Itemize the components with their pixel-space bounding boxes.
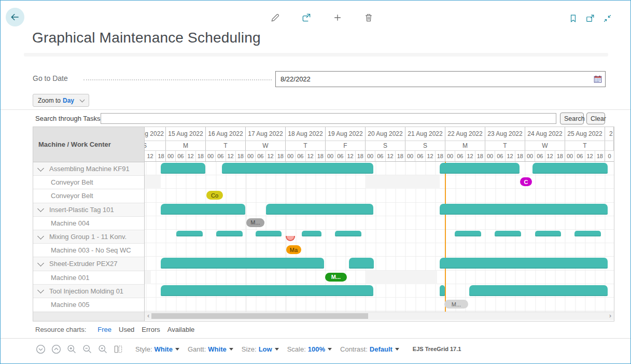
machine-group-row[interactable]: Sheet-Extruder PEX27 — [33, 257, 144, 271]
gantt-task-bar[interactable] — [161, 258, 324, 269]
gantt-task-pill[interactable]: M... — [444, 300, 468, 309]
gantt-task-bar[interactable] — [349, 258, 374, 269]
resource-chart-link[interactable]: Available — [167, 326, 195, 333]
chevron-down-icon[interactable] — [37, 165, 44, 172]
machine-row[interactable]: Machine 004 — [33, 217, 144, 230]
gantt-task-bar[interactable] — [161, 285, 373, 296]
machine-group-row[interactable]: Insert-Plastic Tag 101 — [33, 203, 144, 217]
gantt-task-bar[interactable] — [574, 231, 601, 236]
status-control-label: Size: — [242, 345, 257, 353]
gantt-task-bar[interactable] — [440, 258, 608, 269]
gantt-task-bar[interactable] — [266, 204, 373, 215]
share-icon[interactable] — [301, 12, 312, 23]
gantt-task-bar[interactable] — [440, 204, 608, 215]
gantt-task-bar[interactable] — [455, 231, 481, 236]
status-control[interactable]: Size:Low — [242, 345, 279, 353]
collapse-rows-icon[interactable] — [35, 343, 46, 355]
bookmark-icon[interactable] — [567, 12, 579, 24]
gantt-task-bar[interactable] — [532, 163, 608, 174]
horizontal-scrollbar[interactable]: ‹ › — [145, 312, 614, 320]
gantt-task-bar[interactable] — [176, 231, 203, 236]
resource-chart-link[interactable]: Free — [97, 326, 111, 333]
status-control-value: White — [208, 345, 226, 353]
day-letter-partial — [605, 141, 614, 150]
day-letter-cell-text: T — [206, 141, 245, 150]
gantt-task-bar[interactable] — [440, 285, 445, 296]
hour-group: 00061218 — [445, 151, 485, 161]
delete-icon[interactable] — [363, 12, 374, 23]
scheduling-grid: Machine / Work Center Assembling Machine… — [33, 127, 614, 321]
machine-group-row[interactable]: Assembling Machine KF91 — [33, 162, 144, 176]
expand-rows-icon[interactable] — [50, 343, 62, 355]
resource-chart-link[interactable]: Errors — [142, 326, 160, 333]
gantt-task-bar[interactable] — [256, 231, 282, 236]
day-letter-cell: T — [206, 141, 246, 150]
gantt-milestone[interactable] — [286, 236, 295, 241]
hour-cell: 12 — [386, 151, 396, 161]
gantt-task-bar[interactable] — [161, 204, 245, 215]
machine-row[interactable]: Machine 005 — [33, 298, 144, 312]
machine-group-row[interactable]: Tool Injection Molding 01 — [33, 285, 144, 298]
caret-down-icon — [175, 348, 179, 351]
machine-row[interactable]: Machine 003 - No Seq WC — [33, 244, 144, 257]
date-cell-text: 21 Aug 2022 — [405, 127, 445, 141]
machine-row[interactable]: Conveyor Belt — [33, 189, 144, 203]
resource-chart-link[interactable]: Used — [119, 326, 134, 333]
edit-icon[interactable] — [270, 12, 281, 23]
scroll-right-icon[interactable]: › — [609, 312, 611, 319]
status-controls: Style:WhiteGantt:WhiteSize:LowScale:100%… — [135, 345, 399, 353]
gantt-task-bar[interactable] — [535, 231, 561, 236]
chevron-down-icon[interactable] — [37, 260, 44, 267]
gantt-task-pill[interactable]: M... — [325, 273, 347, 282]
add-icon[interactable] — [332, 12, 343, 23]
goto-date-field — [275, 71, 606, 87]
pages-icon[interactable] — [113, 343, 124, 355]
zoom-reset-icon[interactable] — [97, 343, 108, 355]
machine-group-row[interactable]: Mixing Group 1 - 11 Konv. — [33, 230, 144, 244]
gantt-task-bar[interactable] — [335, 231, 361, 236]
goto-date-input[interactable] — [276, 75, 591, 83]
machine-row-label: Conveyor Belt — [51, 192, 93, 200]
day-letter-cell-text: M — [166, 141, 205, 150]
status-control-label: Contrast: — [340, 345, 368, 353]
zoom-out-icon[interactable] — [81, 343, 93, 355]
gantt-task-bar[interactable] — [216, 231, 243, 236]
gantt-task-pill[interactable]: M... — [246, 218, 264, 227]
calendar-icon[interactable] — [591, 72, 605, 87]
non-working-band — [145, 271, 151, 284]
machine-row[interactable]: Conveyor Belt — [33, 176, 144, 189]
chevron-down-icon[interactable] — [37, 287, 44, 293]
chevron-down-icon[interactable] — [37, 205, 44, 212]
back-button[interactable] — [6, 8, 24, 26]
hour-cell: 12 — [585, 151, 595, 161]
gantt-task-bar[interactable] — [495, 231, 521, 236]
date-cell: 20 Aug 2022 — [366, 127, 405, 141]
gantt-task-bar[interactable] — [222, 163, 373, 174]
status-control[interactable]: Style:White — [135, 345, 179, 353]
gantt-task-bar[interactable] — [440, 163, 520, 174]
zoom-in-icon[interactable] — [66, 343, 77, 355]
collapse-icon[interactable] — [601, 12, 613, 24]
clear-button[interactable]: Clear — [586, 113, 605, 124]
machine-row[interactable]: Machine 001 — [33, 271, 144, 285]
scrollbar-thumb[interactable] — [151, 313, 368, 319]
gantt-task-pill[interactable]: Ma — [286, 245, 301, 254]
status-control[interactable]: Contrast:Default — [340, 345, 399, 353]
gantt-task-bar[interactable] — [161, 163, 205, 174]
gantt-task-bar[interactable] — [469, 285, 608, 296]
gantt-task-bar[interactable] — [302, 231, 321, 236]
search-button[interactable]: Search — [560, 113, 584, 124]
gantt-task-pill[interactable]: Co — [206, 191, 223, 200]
search-tasks-input[interactable] — [101, 113, 556, 124]
hour-cell: 00 — [326, 151, 335, 161]
back-arrow-icon — [10, 12, 20, 22]
hour-cell: 12 — [466, 151, 475, 161]
gantt-task-pill[interactable]: C — [520, 177, 532, 186]
chevron-down-icon[interactable] — [37, 233, 44, 240]
zoom-to-select[interactable]: Zoom to Day — [33, 94, 89, 107]
scroll-left-icon[interactable]: ‹ — [147, 312, 149, 319]
open-window-icon[interactable] — [584, 12, 596, 24]
status-control[interactable]: Scale:100% — [287, 345, 332, 353]
status-control[interactable]: Gantt:White — [188, 345, 233, 353]
hour-cell: 18 — [555, 151, 565, 161]
